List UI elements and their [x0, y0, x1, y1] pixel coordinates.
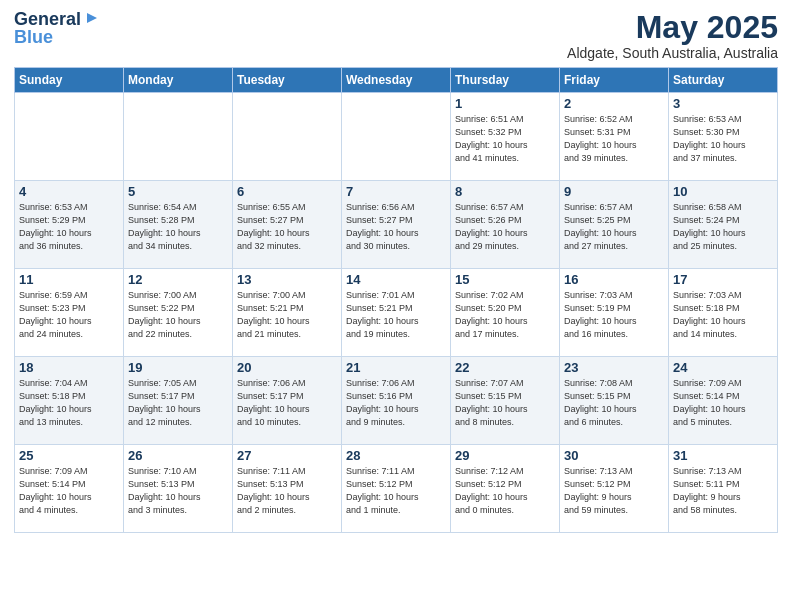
day-info: Sunrise: 7:13 AM Sunset: 5:12 PM Dayligh…	[564, 465, 664, 517]
calendar-cell	[342, 93, 451, 181]
day-info: Sunrise: 7:03 AM Sunset: 5:19 PM Dayligh…	[564, 289, 664, 341]
day-info: Sunrise: 7:01 AM Sunset: 5:21 PM Dayligh…	[346, 289, 446, 341]
day-number: 26	[128, 448, 228, 463]
calendar-cell: 26Sunrise: 7:10 AM Sunset: 5:13 PM Dayli…	[124, 445, 233, 533]
calendar-cell: 21Sunrise: 7:06 AM Sunset: 5:16 PM Dayli…	[342, 357, 451, 445]
col-saturday: Saturday	[669, 68, 778, 93]
day-info: Sunrise: 6:58 AM Sunset: 5:24 PM Dayligh…	[673, 201, 773, 253]
calendar-cell: 8Sunrise: 6:57 AM Sunset: 5:26 PM Daylig…	[451, 181, 560, 269]
calendar-title: May 2025	[567, 10, 778, 45]
calendar-cell: 29Sunrise: 7:12 AM Sunset: 5:12 PM Dayli…	[451, 445, 560, 533]
day-number: 21	[346, 360, 446, 375]
page: General Blue May 2025 Aldgate, South Aus…	[0, 0, 792, 612]
day-info: Sunrise: 7:11 AM Sunset: 5:13 PM Dayligh…	[237, 465, 337, 517]
day-info: Sunrise: 7:04 AM Sunset: 5:18 PM Dayligh…	[19, 377, 119, 429]
day-info: Sunrise: 6:56 AM Sunset: 5:27 PM Dayligh…	[346, 201, 446, 253]
calendar-cell: 11Sunrise: 6:59 AM Sunset: 5:23 PM Dayli…	[15, 269, 124, 357]
calendar-cell	[15, 93, 124, 181]
col-monday: Monday	[124, 68, 233, 93]
calendar-cell: 15Sunrise: 7:02 AM Sunset: 5:20 PM Dayli…	[451, 269, 560, 357]
col-wednesday: Wednesday	[342, 68, 451, 93]
calendar-body: 1Sunrise: 6:51 AM Sunset: 5:32 PM Daylig…	[15, 93, 778, 533]
day-info: Sunrise: 7:00 AM Sunset: 5:22 PM Dayligh…	[128, 289, 228, 341]
day-number: 18	[19, 360, 119, 375]
day-info: Sunrise: 6:52 AM Sunset: 5:31 PM Dayligh…	[564, 113, 664, 165]
day-number: 13	[237, 272, 337, 287]
calendar-cell: 28Sunrise: 7:11 AM Sunset: 5:12 PM Dayli…	[342, 445, 451, 533]
day-number: 11	[19, 272, 119, 287]
day-number: 12	[128, 272, 228, 287]
calendar-cell: 17Sunrise: 7:03 AM Sunset: 5:18 PM Dayli…	[669, 269, 778, 357]
svg-marker-0	[87, 13, 97, 23]
calendar-cell: 12Sunrise: 7:00 AM Sunset: 5:22 PM Dayli…	[124, 269, 233, 357]
header: General Blue May 2025 Aldgate, South Aus…	[14, 10, 778, 61]
day-info: Sunrise: 7:09 AM Sunset: 5:14 PM Dayligh…	[19, 465, 119, 517]
calendar-cell: 1Sunrise: 6:51 AM Sunset: 5:32 PM Daylig…	[451, 93, 560, 181]
calendar-header: Sunday Monday Tuesday Wednesday Thursday…	[15, 68, 778, 93]
day-number: 6	[237, 184, 337, 199]
day-info: Sunrise: 7:12 AM Sunset: 5:12 PM Dayligh…	[455, 465, 555, 517]
calendar-cell: 23Sunrise: 7:08 AM Sunset: 5:15 PM Dayli…	[560, 357, 669, 445]
day-info: Sunrise: 7:05 AM Sunset: 5:17 PM Dayligh…	[128, 377, 228, 429]
calendar-cell: 24Sunrise: 7:09 AM Sunset: 5:14 PM Dayli…	[669, 357, 778, 445]
day-number: 5	[128, 184, 228, 199]
day-info: Sunrise: 7:06 AM Sunset: 5:16 PM Dayligh…	[346, 377, 446, 429]
day-info: Sunrise: 7:06 AM Sunset: 5:17 PM Dayligh…	[237, 377, 337, 429]
calendar-week-row: 18Sunrise: 7:04 AM Sunset: 5:18 PM Dayli…	[15, 357, 778, 445]
logo: General Blue	[14, 10, 97, 46]
day-info: Sunrise: 6:51 AM Sunset: 5:32 PM Dayligh…	[455, 113, 555, 165]
col-sunday: Sunday	[15, 68, 124, 93]
day-info: Sunrise: 7:10 AM Sunset: 5:13 PM Dayligh…	[128, 465, 228, 517]
day-number: 15	[455, 272, 555, 287]
calendar-cell: 10Sunrise: 6:58 AM Sunset: 5:24 PM Dayli…	[669, 181, 778, 269]
day-info: Sunrise: 7:02 AM Sunset: 5:20 PM Dayligh…	[455, 289, 555, 341]
calendar-cell: 25Sunrise: 7:09 AM Sunset: 5:14 PM Dayli…	[15, 445, 124, 533]
day-info: Sunrise: 7:03 AM Sunset: 5:18 PM Dayligh…	[673, 289, 773, 341]
day-number: 9	[564, 184, 664, 199]
day-info: Sunrise: 7:07 AM Sunset: 5:15 PM Dayligh…	[455, 377, 555, 429]
day-number: 29	[455, 448, 555, 463]
day-number: 17	[673, 272, 773, 287]
day-number: 7	[346, 184, 446, 199]
header-row: Sunday Monday Tuesday Wednesday Thursday…	[15, 68, 778, 93]
logo-triangle-icon	[83, 11, 97, 25]
col-tuesday: Tuesday	[233, 68, 342, 93]
day-info: Sunrise: 6:57 AM Sunset: 5:25 PM Dayligh…	[564, 201, 664, 253]
calendar-cell: 27Sunrise: 7:11 AM Sunset: 5:13 PM Dayli…	[233, 445, 342, 533]
day-number: 4	[19, 184, 119, 199]
day-number: 10	[673, 184, 773, 199]
logo-general: General	[14, 10, 81, 28]
calendar-cell: 14Sunrise: 7:01 AM Sunset: 5:21 PM Dayli…	[342, 269, 451, 357]
calendar-cell: 30Sunrise: 7:13 AM Sunset: 5:12 PM Dayli…	[560, 445, 669, 533]
day-number: 31	[673, 448, 773, 463]
calendar-subtitle: Aldgate, South Australia, Australia	[567, 45, 778, 61]
day-number: 24	[673, 360, 773, 375]
day-info: Sunrise: 7:09 AM Sunset: 5:14 PM Dayligh…	[673, 377, 773, 429]
day-number: 30	[564, 448, 664, 463]
calendar-cell: 16Sunrise: 7:03 AM Sunset: 5:19 PM Dayli…	[560, 269, 669, 357]
day-info: Sunrise: 6:59 AM Sunset: 5:23 PM Dayligh…	[19, 289, 119, 341]
day-number: 16	[564, 272, 664, 287]
col-thursday: Thursday	[451, 68, 560, 93]
day-number: 19	[128, 360, 228, 375]
day-info: Sunrise: 7:00 AM Sunset: 5:21 PM Dayligh…	[237, 289, 337, 341]
day-number: 2	[564, 96, 664, 111]
day-number: 14	[346, 272, 446, 287]
calendar-cell: 4Sunrise: 6:53 AM Sunset: 5:29 PM Daylig…	[15, 181, 124, 269]
day-number: 20	[237, 360, 337, 375]
calendar-table: Sunday Monday Tuesday Wednesday Thursday…	[14, 67, 778, 533]
calendar-week-row: 4Sunrise: 6:53 AM Sunset: 5:29 PM Daylig…	[15, 181, 778, 269]
calendar-cell	[233, 93, 342, 181]
day-info: Sunrise: 6:53 AM Sunset: 5:29 PM Dayligh…	[19, 201, 119, 253]
day-number: 8	[455, 184, 555, 199]
day-number: 3	[673, 96, 773, 111]
calendar-week-row: 1Sunrise: 6:51 AM Sunset: 5:32 PM Daylig…	[15, 93, 778, 181]
calendar-cell: 5Sunrise: 6:54 AM Sunset: 5:28 PM Daylig…	[124, 181, 233, 269]
day-number: 28	[346, 448, 446, 463]
day-info: Sunrise: 6:55 AM Sunset: 5:27 PM Dayligh…	[237, 201, 337, 253]
day-info: Sunrise: 7:13 AM Sunset: 5:11 PM Dayligh…	[673, 465, 773, 517]
day-info: Sunrise: 6:57 AM Sunset: 5:26 PM Dayligh…	[455, 201, 555, 253]
calendar-cell: 9Sunrise: 6:57 AM Sunset: 5:25 PM Daylig…	[560, 181, 669, 269]
calendar-cell: 13Sunrise: 7:00 AM Sunset: 5:21 PM Dayli…	[233, 269, 342, 357]
day-number: 25	[19, 448, 119, 463]
